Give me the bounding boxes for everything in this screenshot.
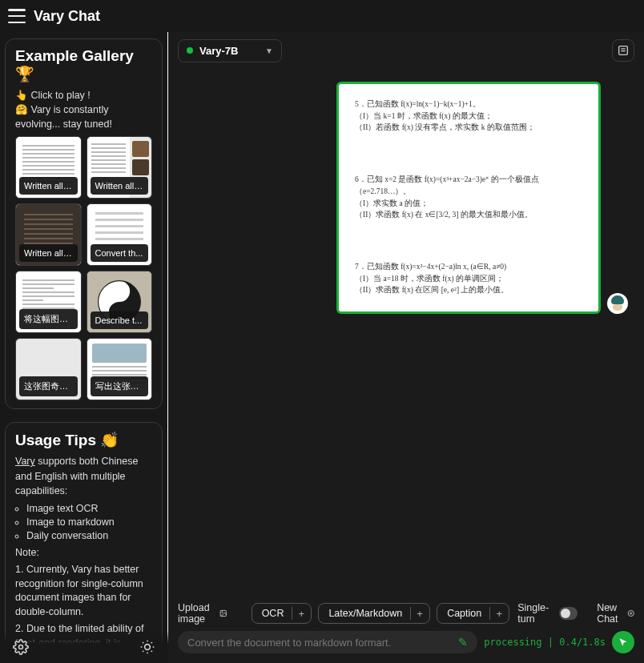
- gallery-item-6[interactable]: 这张图奇怪...: [15, 338, 82, 400]
- tips-bullet: Daily conversation: [26, 530, 152, 541]
- tips-note-label: Note:: [15, 546, 152, 561]
- svg-line-8: [151, 651, 152, 652]
- usage-tips-card: Usage Tips 👏 Vary supports both Chinese …: [5, 422, 163, 659]
- status-dot-icon: [187, 47, 193, 54]
- tips-bullet: Image to markdown: [26, 516, 152, 528]
- chat-input[interactable]: [187, 637, 452, 649]
- cursor-icon: [618, 637, 629, 648]
- md-label: Latex/Markdown: [328, 608, 402, 619]
- svg-line-12: [151, 642, 152, 643]
- svg-line-7: [143, 642, 143, 643]
- chevron-down-icon: ▼: [265, 46, 273, 55]
- gallery-item-1[interactable]: Written all ...: [87, 136, 153, 199]
- ocr-label: OCR: [262, 608, 284, 619]
- gallery-item-3[interactable]: Convert th...: [87, 203, 153, 266]
- panel-toggle-button[interactable]: [612, 39, 634, 62]
- model-selector[interactable]: Vary-7B ▼: [178, 39, 282, 62]
- gallery-item-label: 这张图奇怪...: [19, 376, 78, 396]
- gallery-item-2[interactable]: Written all ...: [15, 203, 82, 266]
- user-avatar: [607, 293, 628, 314]
- bottom-bar: Upload image OCR + Latex/Markdown + Capt…: [168, 597, 644, 663]
- caption-button[interactable]: Caption +: [437, 603, 509, 624]
- svg-point-17: [222, 612, 223, 613]
- svg-point-3: [19, 645, 23, 649]
- problem-text: （I）当 a=18 时，求函数 f(x) 的单调区间；: [355, 273, 582, 285]
- gallery-tip-2: 🤗 Vary is constantly evolving... stay tu…: [15, 102, 152, 131]
- svg-point-1: [116, 289, 122, 295]
- menu-icon[interactable]: [8, 9, 26, 23]
- vary-link[interactable]: Vary: [15, 456, 35, 467]
- gallery-item-label: Convert th...: [91, 244, 149, 262]
- plus-circle-icon: [627, 607, 635, 620]
- caption-label: Caption: [447, 608, 481, 619]
- status-text: processing | 0.4/1.8s: [484, 637, 606, 648]
- wand-icon[interactable]: ✎: [458, 636, 468, 649]
- problem-text: （I）当 k=1 时，求函数 f(x) 的最大值；: [355, 110, 582, 123]
- new-chat-button[interactable]: New Chat: [597, 602, 634, 625]
- gallery-item-5[interactable]: Describe t...: [87, 271, 153, 333]
- sun-icon[interactable]: [139, 639, 155, 655]
- problem-text: 5．已知函数 f(x)=ln(x−1)−k(x−1)+1。: [355, 98, 582, 110]
- problem-text: （II）求函数 f(x) 在 x∈[3/2, 3] 的最大值和最小值。: [355, 209, 582, 221]
- gallery-item-label: Written all ...: [91, 177, 149, 195]
- gear-icon[interactable]: [13, 639, 29, 655]
- upload-image-button[interactable]: Upload image: [178, 602, 227, 625]
- upload-icon: [219, 607, 227, 620]
- sidebar: Example Gallery 🏆 👆 Click to play ! 🤗 Va…: [0, 32, 168, 663]
- problem-text: （I）求实数 a 的值；: [355, 198, 582, 210]
- plus-icon: +: [292, 607, 304, 620]
- problem-text: 6．已知 x=2 是函数 f(x)=(x³+ax−2a−3)eˣ 的一个极值点（…: [355, 174, 582, 197]
- gallery-heading: Example Gallery 🏆: [15, 47, 152, 83]
- tips-note-1: 1. Currently, Vary has better recognitio…: [15, 563, 152, 619]
- new-chat-label: New Chat: [597, 602, 623, 625]
- ocr-button[interactable]: OCR +: [252, 603, 312, 624]
- tips-note-2: 2. Due to the limited ability of front-e…: [15, 622, 152, 650]
- problem-text: （II）若函数 f(x) 没有零点，求实数 k 的取值范围；: [355, 122, 582, 134]
- gallery-item-4[interactable]: 将这幅图片...: [15, 271, 82, 333]
- problem-text: 7．已知函数 f(x)=x²−4x+(2−a)ln x, (a∈R, a≠0): [355, 261, 582, 273]
- upload-label: Upload image: [178, 602, 215, 625]
- model-name: Vary-7B: [199, 45, 238, 57]
- gallery-item-label: Written all ...: [19, 244, 78, 262]
- svg-line-11: [143, 651, 143, 652]
- gallery-item-7[interactable]: 写出这张图...: [87, 338, 153, 400]
- gallery-item-label: Written all ...: [19, 177, 78, 195]
- app-title: Vary Chat: [34, 8, 100, 25]
- single-turn-toggle[interactable]: [559, 607, 578, 620]
- plus-icon: +: [489, 607, 502, 620]
- gallery-item-label: 写出这张图...: [91, 376, 149, 396]
- gallery-tip-1: 👆 Click to play !: [15, 88, 152, 102]
- gallery-item-0[interactable]: Written all ...: [15, 136, 82, 199]
- latex-markdown-button[interactable]: Latex/Markdown +: [318, 603, 430, 624]
- gallery-item-label: Describe t...: [91, 311, 149, 329]
- svg-point-4: [145, 645, 151, 650]
- single-turn-label: Single-turn: [517, 602, 554, 625]
- chat-panel: Vary-7B ▼ 5．已知函数 f(x)=ln(x−1)−k(x−1)+1。 …: [168, 32, 644, 663]
- user-message: 5．已知函数 f(x)=ln(x−1)−k(x−1)+1。 （I）当 k=1 时…: [184, 82, 628, 314]
- gallery-item-label: 将这幅图片...: [19, 309, 78, 329]
- plus-icon: +: [410, 607, 423, 620]
- uploaded-image[interactable]: 5．已知函数 f(x)=ln(x−1)−k(x−1)+1。 （I）当 k=1 时…: [336, 82, 601, 314]
- tips-bullet: Image text OCR: [26, 503, 152, 514]
- send-button[interactable]: [612, 631, 634, 653]
- chat-input-wrap: ✎: [178, 631, 477, 653]
- tips-heading: Usage Tips 👏: [15, 431, 152, 449]
- example-gallery-card: Example Gallery 🏆 👆 Click to play ! 🤗 Va…: [5, 38, 163, 409]
- problem-text: （II）求函数 f(x) 在区间 [e, e²] 上的最小值。: [355, 284, 582, 296]
